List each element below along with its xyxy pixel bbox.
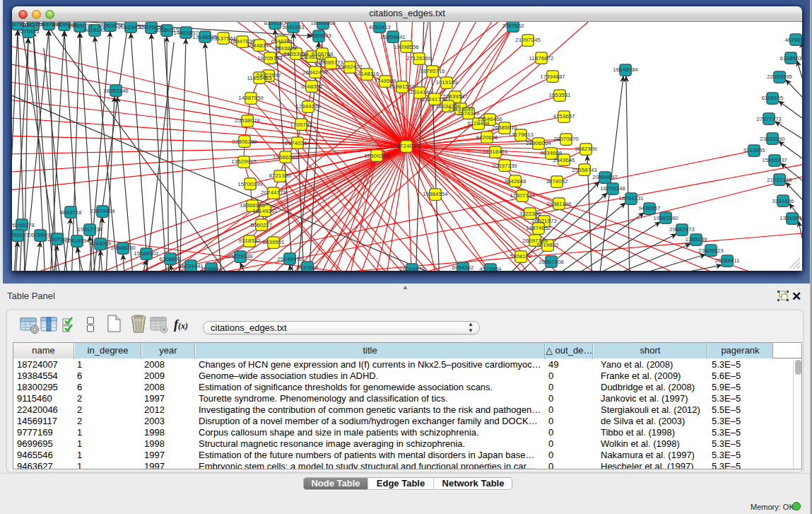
svg-text:15700199: 15700199 — [237, 181, 263, 187]
svg-text:9436057: 9436057 — [638, 205, 661, 211]
svg-text:22806289: 22806289 — [232, 139, 257, 145]
svg-text:26585616: 26585616 — [492, 124, 517, 131]
svg-text:6128503: 6128503 — [779, 55, 802, 62]
svg-text:26567208: 26567208 — [539, 259, 564, 265]
svg-text:28381196: 28381196 — [547, 201, 572, 207]
svg-text:5308102: 5308102 — [510, 253, 532, 259]
svg-text:17394887: 17394887 — [540, 74, 565, 80]
svg-text:6540741: 6540741 — [271, 38, 293, 45]
svg-text:18705794: 18705794 — [257, 55, 283, 62]
svg-text:28070870: 28070870 — [553, 136, 579, 142]
svg-text:27126369: 27126369 — [406, 55, 432, 62]
svg-text:8721369: 8721369 — [269, 173, 291, 179]
svg-text:23538074: 23538074 — [235, 117, 260, 124]
svg-text:6368105: 6368105 — [761, 95, 784, 101]
svg-text:1385239: 1385239 — [685, 236, 707, 243]
svg-text:19563180: 19563180 — [653, 215, 678, 221]
svg-text:4753657: 4753657 — [553, 113, 575, 119]
svg-text:11459463: 11459463 — [247, 75, 273, 81]
svg-text:19098556: 19098556 — [394, 44, 419, 50]
svg-text:13179613: 13179613 — [508, 132, 534, 138]
svg-text:26359841: 26359841 — [380, 34, 406, 40]
svg-text:7749509: 7749509 — [374, 78, 396, 84]
svg-text:18754131: 18754131 — [618, 195, 644, 201]
svg-text:11876872: 11876872 — [529, 55, 555, 62]
svg-text:11014145: 11014145 — [408, 89, 433, 95]
svg-text:16705148: 16705148 — [600, 185, 625, 192]
svg-text:4050413: 4050413 — [368, 24, 391, 30]
svg-text:10848230: 10848230 — [110, 245, 136, 251]
svg-text:9953167: 9953167 — [12, 232, 29, 238]
svg-text:5060227: 5060227 — [250, 222, 273, 228]
svg-text:17559643: 17559643 — [306, 33, 331, 39]
svg-text:19384554: 19384554 — [423, 191, 448, 197]
svg-text:23826523: 23826523 — [698, 247, 724, 254]
svg-text:13910648: 13910648 — [779, 215, 802, 221]
svg-text:25183411: 25183411 — [715, 257, 741, 264]
svg-text:4679214: 4679214 — [784, 37, 802, 43]
svg-text:5219822: 5219822 — [536, 242, 559, 248]
svg-text:22053595: 22053595 — [767, 74, 792, 80]
svg-text:20037339: 20037339 — [492, 163, 517, 169]
svg-text:5641643: 5641643 — [282, 24, 305, 30]
svg-text:3642648: 3642648 — [504, 178, 526, 185]
svg-text:28053346: 28053346 — [103, 88, 129, 94]
svg-text:15300293: 15300293 — [364, 153, 389, 159]
svg-text:18795716: 18795716 — [420, 68, 445, 74]
svg-text:18096865: 18096865 — [310, 22, 336, 26]
svg-text:26195278: 26195278 — [12, 222, 35, 228]
svg-text:18874652: 18874652 — [526, 225, 551, 231]
svg-text:1653531: 1653531 — [548, 92, 571, 98]
svg-text:8106768: 8106768 — [311, 51, 334, 57]
svg-text:23833160: 23833160 — [760, 136, 785, 142]
svg-text:18034970: 18034970 — [399, 266, 425, 271]
svg-text:25229388: 25229388 — [228, 253, 253, 259]
svg-text:15588301: 15588301 — [134, 250, 159, 257]
svg-text:26342494: 26342494 — [302, 69, 328, 76]
svg-text:6306893: 6306893 — [159, 256, 182, 262]
svg-text:20744773: 20744773 — [261, 189, 286, 196]
svg-text:3131636: 3131636 — [772, 198, 794, 204]
svg-text:24148116: 24148116 — [355, 71, 380, 77]
svg-text:21097245: 21097245 — [515, 37, 541, 43]
svg-text:4843718: 4843718 — [59, 209, 82, 216]
svg-text:8539591: 8539591 — [262, 239, 285, 245]
svg-text:12414394: 12414394 — [64, 238, 90, 244]
svg-text:20994697: 20994697 — [592, 174, 618, 180]
svg-text:11318461: 11318461 — [483, 148, 509, 155]
svg-text:9275445: 9275445 — [17, 28, 40, 35]
svg-text:13546466: 13546466 — [477, 116, 502, 122]
svg-text:20740364: 20740364 — [285, 140, 310, 146]
svg-text:3148352: 3148352 — [300, 83, 323, 90]
svg-text:14387959: 14387959 — [238, 95, 264, 101]
svg-text:26521573: 26521573 — [531, 218, 557, 224]
svg-text:1019189: 1019189 — [435, 79, 458, 86]
svg-text:19448347: 19448347 — [247, 42, 272, 49]
svg-text:3322386: 3322386 — [519, 211, 541, 217]
svg-text:6994562: 6994562 — [452, 264, 474, 271]
svg-text:28906064: 28906064 — [526, 140, 551, 146]
svg-text:16149361: 16149361 — [252, 208, 278, 214]
svg-text:9034686: 9034686 — [540, 150, 563, 156]
svg-text:9318332: 9318332 — [238, 238, 261, 244]
svg-text:19586522: 19586522 — [273, 154, 298, 160]
svg-text:25492422: 25492422 — [337, 64, 363, 70]
svg-text:23874404: 23874404 — [90, 208, 115, 214]
svg-text:1108894: 1108894 — [201, 266, 223, 271]
svg-text:4743069: 4743069 — [89, 240, 112, 247]
svg-text:25558743: 25558743 — [572, 167, 597, 173]
svg-text:18724007: 18724007 — [394, 143, 419, 149]
svg-text:22439587: 22439587 — [442, 93, 468, 100]
svg-text:2687662: 2687662 — [502, 23, 524, 29]
svg-text:4570554: 4570554 — [479, 266, 502, 271]
svg-text:15165337: 15165337 — [762, 157, 787, 163]
svg-text:3215955: 3215955 — [743, 147, 765, 153]
svg-text:21012166: 21012166 — [767, 177, 792, 183]
svg-text:1705792: 1705792 — [290, 122, 312, 128]
svg-text:6420686: 6420686 — [476, 134, 498, 141]
svg-text:16648784: 16648784 — [613, 66, 638, 73]
svg-text:2943646: 2943646 — [553, 157, 575, 163]
svg-text:9082309: 9082309 — [575, 146, 597, 152]
svg-text:25148476: 25148476 — [277, 256, 302, 262]
svg-text:3874052: 3874052 — [546, 178, 568, 185]
